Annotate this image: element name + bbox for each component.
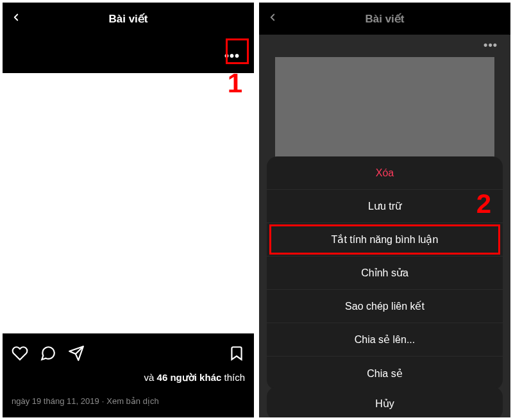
likes-prefix: và [144, 372, 157, 383]
header-bar: Bài viết [3, 3, 254, 35]
action-icons-row [12, 340, 245, 372]
date-line: ngày 19 tháng 11, 2019·Xem bản dịch [12, 396, 245, 406]
post-image-area [3, 73, 254, 333]
send-icon[interactable] [68, 345, 85, 364]
sheet-copy-link-button[interactable]: Sao chép liên kết [267, 290, 503, 323]
likes-suffix: thích [221, 372, 245, 383]
likes-text[interactable]: và 46 người khác thích [12, 372, 245, 383]
sheet-edit-button[interactable]: Chỉnh sửa [267, 256, 503, 290]
translate-link[interactable]: Xem bản dịch [106, 396, 158, 406]
dimmed-post-image [275, 57, 494, 172]
sheet-cancel-button[interactable]: Hủy [267, 387, 503, 417]
sheet-archive-button[interactable]: Lưu trữ [267, 190, 503, 223]
back-icon [267, 12, 278, 26]
sheet-delete-button[interactable]: Xóa [267, 156, 503, 190]
sheet-disable-comments-button[interactable]: Tắt tính năng bình luận [267, 223, 503, 256]
back-icon[interactable] [10, 12, 22, 26]
annotation-number-1: 1 [228, 68, 242, 99]
page-title: Bài viết [365, 12, 404, 26]
action-sheet-panel: Bài viết ••• Xóa Lưu trữ Tắt tính năng b… [259, 3, 510, 417]
more-options-icon-dimmed: ••• [484, 38, 498, 52]
likes-count: 46 người khác [157, 372, 222, 383]
post-view-panel: Bài viết ••• 1 [3, 3, 254, 417]
annotation-highlight-1 [226, 38, 249, 64]
sheet-share-to-button[interactable]: Chia sẻ lên... [267, 323, 503, 357]
post-footer: và 46 người khác thích ngày 19 tháng 11,… [3, 333, 254, 417]
post-header: ••• [3, 35, 254, 73]
comment-icon[interactable] [40, 345, 56, 364]
header-bar-dimmed: Bài viết [259, 3, 510, 35]
heart-icon[interactable] [12, 345, 28, 364]
sheet-disable-comments-label: Tắt tính năng bình luận [332, 233, 439, 246]
action-sheet: Xóa Lưu trữ Tắt tính năng bình luận Chỉn… [267, 156, 503, 390]
post-date: ngày 19 tháng 11, 2019 [12, 396, 99, 406]
page-title: Bài viết [108, 12, 147, 26]
sheet-share-button[interactable]: Chia sẻ [267, 357, 503, 390]
annotation-number-2: 2 [476, 189, 491, 219]
bookmark-icon[interactable] [228, 345, 245, 364]
